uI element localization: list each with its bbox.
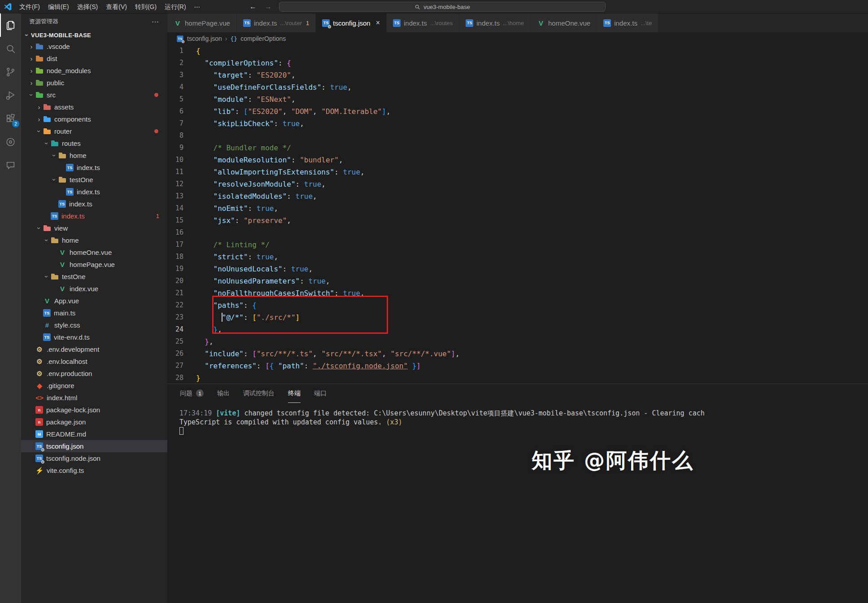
menu-item-3[interactable]: 查看(V)	[102, 0, 131, 13]
tree-item-index.ts[interactable]: TSindex.ts	[21, 162, 167, 174]
tree-item-vite-env.d.ts[interactable]: TSvite-env.d.ts	[21, 331, 167, 343]
code-line-4[interactable]: 4 "useDefineForClassFields": true,	[167, 81, 868, 93]
tree-item-.env.development[interactable]: ⚙.env.development	[21, 343, 167, 355]
panel-tab-2[interactable]: 调试控制台	[243, 384, 275, 403]
nav-back-icon[interactable]: ←	[249, 0, 257, 13]
tree-item-package.json[interactable]: npackage.json	[21, 416, 167, 428]
menu-overflow-icon[interactable]: ⋯	[190, 0, 205, 13]
tree-item-index.ts[interactable]: TSindex.ts	[21, 198, 167, 210]
tree-item-.env.production[interactable]: ⚙.env.production	[21, 367, 167, 380]
tree-item-style.css[interactable]: #style.css	[21, 319, 167, 331]
code-line-26[interactable]: 26 "include": ["src/**/*.ts", "src/**/*.…	[167, 348, 868, 360]
code-line-20[interactable]: 20 "noUnusedParameters": true,	[167, 275, 868, 287]
tree-item-home[interactable]: ›home	[21, 234, 167, 246]
tree-item-node_modules[interactable]: ›node_modules	[21, 65, 167, 77]
code-line-11[interactable]: 11 "allowImportingTsExtensions": true,	[167, 166, 868, 178]
tab-homePage.vue[interactable]: VhomePage.vue	[167, 13, 237, 32]
tree-item-home[interactable]: ›home	[21, 149, 167, 162]
code-line-27[interactable]: 27 "references": [{ "path": "./tsconfig.…	[167, 360, 868, 372]
command-center[interactable]: vue3-mobile-base	[279, 2, 606, 12]
tree-item-package-lock.json[interactable]: npackage-lock.json	[21, 404, 167, 416]
tree-item-view[interactable]: ›view	[21, 222, 167, 234]
feedback-icon[interactable]	[0, 153, 21, 177]
tab-tsconfig.json[interactable]: TS⚙tsconfig.json×	[316, 13, 387, 32]
code-line-22[interactable]: 22 "paths": {	[167, 299, 868, 311]
tab-index.ts[interactable]: TSindex.ts...\router1	[237, 13, 316, 32]
code-line-13[interactable]: 13 "isolatedModules": true,	[167, 190, 868, 202]
code-line-1[interactable]: 1{	[167, 45, 868, 57]
search-activity-icon[interactable]	[0, 37, 21, 60]
tree-item-router[interactable]: ›router	[21, 125, 167, 137]
tree-item-.gitignore[interactable]: ◆.gitignore	[21, 380, 167, 392]
panel-tab-0[interactable]: 问题1	[180, 384, 204, 403]
tree-item-README.md[interactable]: MREADME.md	[21, 428, 167, 440]
tree-item-.vscode[interactable]: ›.vscode	[21, 40, 167, 52]
tree-item-tsconfig.json[interactable]: TS⚙tsconfig.json	[21, 440, 167, 452]
source-control-icon[interactable]	[0, 60, 21, 83]
code-line-10[interactable]: 10 "moduleResolution": "bundler",	[167, 154, 868, 166]
tree-item-App.vue[interactable]: VApp.vue	[21, 295, 167, 307]
code-line-24[interactable]: 24 },	[167, 323, 868, 336]
code-editor[interactable]: 1{2 "compilerOptions": {3 "target": "ES2…	[167, 45, 868, 384]
breadcrumb-symbol[interactable]: compilerOptions	[240, 35, 286, 42]
code-line-14[interactable]: 14 "noEmit": true,	[167, 202, 868, 214]
breadcrumb[interactable]: TS⚙ tsconfig.json › {} compilerOptions	[167, 32, 868, 45]
code-line-8[interactable]: 8	[167, 130, 868, 142]
tree-item-routes[interactable]: ›routes	[21, 137, 167, 149]
code-line-19[interactable]: 19 "noUnusedLocals": true,	[167, 263, 868, 275]
code-line-28[interactable]: 28}	[167, 372, 868, 384]
code-line-3[interactable]: 3 "target": "ES2020",	[167, 69, 868, 81]
tree-item-assets[interactable]: ›assets	[21, 101, 167, 113]
tree-item-tsconfig.node.json[interactable]: TS⚙tsconfig.node.json	[21, 452, 167, 464]
tree-item-index.ts[interactable]: TSindex.ts1	[21, 210, 167, 222]
code-line-9[interactable]: 9 /* Bundler mode */	[167, 142, 868, 154]
panel-tab-4[interactable]: 端口	[314, 384, 327, 403]
code-line-5[interactable]: 5 "module": "ESNext",	[167, 93, 868, 105]
tab-homeOne.vue[interactable]: VhomeOne.vue	[531, 13, 597, 32]
tree-item-src[interactable]: ›src	[21, 89, 167, 101]
panel-tab-1[interactable]: 输出	[217, 384, 230, 403]
tree-item-vite.config.ts[interactable]: ⚡vite.config.ts	[21, 464, 167, 476]
tree-item-index.html[interactable]: <>index.html	[21, 392, 167, 404]
close-icon[interactable]: ×	[376, 19, 380, 27]
code-line-6[interactable]: 6 "lib": ["ES2020", "DOM", "DOM.Iterable…	[167, 105, 868, 118]
remote-explorer-icon[interactable]	[0, 130, 21, 153]
code-line-23[interactable]: 23 "@/*": ["./src/*"]	[167, 311, 868, 323]
code-line-18[interactable]: 18 "strict": true,	[167, 251, 868, 263]
tree-item-homePage.vue[interactable]: VhomePage.vue	[21, 258, 167, 271]
tab-index.ts[interactable]: TSindex.ts...\home	[459, 13, 531, 32]
tree-item-dist[interactable]: ›dist	[21, 52, 167, 65]
tree-item-homeOne.vue[interactable]: VhomeOne.vue	[21, 246, 167, 258]
menu-item-1[interactable]: 编辑(E)	[44, 0, 73, 13]
tree-item-public[interactable]: ›public	[21, 77, 167, 89]
panel-tab-3[interactable]: 终端	[288, 384, 301, 403]
code-line-25[interactable]: 25 },	[167, 336, 868, 348]
nav-forward-icon[interactable]: →	[265, 0, 272, 13]
code-line-12[interactable]: 12 "resolveJsonModule": true,	[167, 178, 868, 190]
tree-item-.env.localhost[interactable]: ⚙.env.localhost	[21, 355, 167, 367]
code-line-16[interactable]: 16	[167, 227, 868, 239]
tab-index.ts[interactable]: TSindex.ts...\routes	[387, 13, 459, 32]
tree-item-main.ts[interactable]: TSmain.ts	[21, 307, 167, 319]
code-line-21[interactable]: 21 "noFallthroughCasesInSwitch": true,	[167, 287, 868, 299]
tree-item-testOne[interactable]: ›testOne	[21, 174, 167, 186]
breadcrumb-file[interactable]: tsconfig.json	[187, 35, 222, 42]
tree-item-components[interactable]: ›components	[21, 113, 167, 125]
explorer-icon[interactable]	[0, 13, 21, 37]
code-line-2[interactable]: 2 "compilerOptions": {	[167, 57, 868, 69]
menu-item-4[interactable]: 转到(G)	[131, 0, 161, 13]
more-actions-icon[interactable]: ⋯	[152, 17, 159, 26]
code-line-17[interactable]: 17 /* Linting */	[167, 239, 868, 251]
extensions-icon[interactable]: 2	[0, 107, 21, 130]
menu-item-0[interactable]: 文件(F)	[15, 0, 44, 13]
tree-item-testOne[interactable]: ›testOne	[21, 271, 167, 283]
tree-item-index.ts[interactable]: TSindex.ts	[21, 186, 167, 198]
menu-item-5[interactable]: 运行(R)	[161, 0, 190, 13]
menu-item-2[interactable]: 选择(S)	[73, 0, 102, 13]
tab-index.ts[interactable]: TSindex.ts...\te	[597, 13, 659, 32]
tree-item-index.vue[interactable]: Vindex.vue	[21, 283, 167, 295]
code-line-7[interactable]: 7 "skipLibCheck": true,	[167, 118, 868, 130]
code-line-15[interactable]: 15 "jsx": "preserve",	[167, 214, 868, 227]
terminal-output[interactable]: 17:34:19 [vite] changed tsconfig file de…	[167, 403, 868, 436]
run-debug-icon[interactable]	[0, 83, 21, 107]
